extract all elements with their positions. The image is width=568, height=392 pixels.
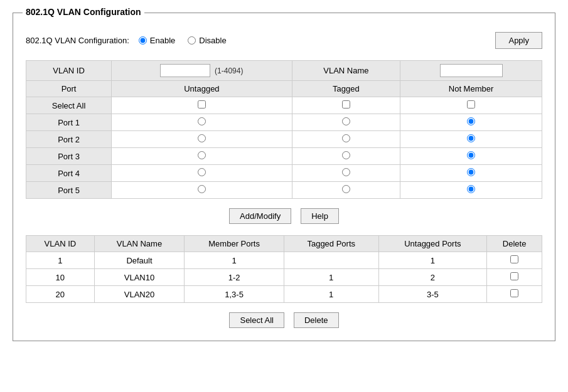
- apply-button[interactable]: Apply: [495, 32, 542, 49]
- vlan-list-member-header: Member Ports: [185, 236, 284, 252]
- select-all-not-member[interactable]: [467, 100, 475, 109]
- delete-button[interactable]: Delete: [294, 312, 339, 328]
- select-all-untagged[interactable]: [198, 100, 206, 109]
- vlan-row-untagged: 3-5: [378, 286, 487, 303]
- select-all-label: Select All: [26, 97, 112, 114]
- vlan-id-header: VLAN ID: [26, 61, 112, 81]
- not-member-header: Not Member: [400, 81, 542, 97]
- port-tagged-cell: [292, 165, 400, 182]
- enable-option[interactable]: Enable: [139, 36, 175, 45]
- port-not-member-radio[interactable]: [467, 168, 475, 176]
- enable-radio[interactable]: [139, 36, 147, 45]
- radio-group: Enable Disable: [139, 36, 227, 45]
- vlan-row-id: 20: [26, 286, 95, 303]
- port-header: Port: [26, 81, 112, 97]
- vlan-row-name: Default: [94, 252, 185, 269]
- port-untagged-radio[interactable]: [198, 185, 206, 193]
- port-untagged-radio[interactable]: [198, 117, 206, 125]
- vlan-name-input-cell: [400, 61, 542, 81]
- page-title: 802.1Q VLAN Configuration: [23, 7, 144, 17]
- vlan-name-input[interactable]: [440, 64, 503, 77]
- disable-radio[interactable]: [188, 36, 196, 45]
- port-untagged-radio[interactable]: [198, 134, 206, 142]
- port-untagged-cell: [112, 131, 292, 148]
- port-tagged-radio[interactable]: [342, 134, 350, 142]
- port-tagged-radio[interactable]: [342, 151, 350, 159]
- vlan-row-member: 1,3-5: [185, 286, 284, 303]
- port-tagged-radio[interactable]: [342, 117, 350, 125]
- port-untagged-cell: [112, 182, 292, 199]
- vlan-delete-checkbox[interactable]: [510, 255, 518, 263]
- port-untagged-cell: [112, 114, 292, 131]
- vlan-list-row: 1 Default 1 1: [26, 252, 542, 269]
- port-not-member-radio[interactable]: [467, 117, 475, 125]
- port-untagged-cell: [112, 148, 292, 165]
- vlan-row-id: 10: [26, 269, 95, 286]
- select-all-not-member-cell: [400, 97, 542, 114]
- port-not-member-cell: [400, 114, 542, 131]
- vlan-delete-checkbox[interactable]: [510, 289, 518, 297]
- port-tagged-radio[interactable]: [342, 185, 350, 193]
- port-row: Port 2: [26, 131, 542, 148]
- port-not-member-radio[interactable]: [467, 185, 475, 193]
- port-name-cell: Port 4: [26, 165, 112, 182]
- port-not-member-radio[interactable]: [467, 134, 475, 142]
- untagged-header: Untagged: [112, 81, 292, 97]
- page-container: 802.1Q VLAN Configuration 802.1Q VLAN Co…: [13, 13, 555, 341]
- port-not-member-radio[interactable]: [467, 151, 475, 159]
- vlan-row-delete-cell: [487, 252, 542, 269]
- disable-label: Disable: [199, 36, 226, 45]
- port-tagged-cell: [292, 114, 400, 131]
- select-all-tagged-cell: [292, 97, 400, 114]
- port-untagged-radio[interactable]: [198, 151, 206, 159]
- select-all-button[interactable]: Select All: [229, 312, 284, 328]
- config-label: 802.1Q VLAN Configuration:: [26, 36, 129, 45]
- vlan-id-label: VLAN ID: [53, 66, 85, 75]
- vlan-row-untagged: 1: [378, 252, 487, 269]
- vlan-row-delete-cell: [487, 269, 542, 286]
- vlan-list-row: 20 VLAN20 1,3-5 1 3-5: [26, 286, 542, 303]
- port-name-cell: Port 5: [26, 182, 112, 199]
- select-all-untagged-cell: [112, 97, 292, 114]
- vlan-row-untagged: 2: [378, 269, 487, 286]
- port-name-cell: Port 2: [26, 131, 112, 148]
- bottom-buttons: Select All Delete: [26, 312, 542, 328]
- vlan-list-untagged-header: Untagged Ports: [378, 236, 487, 252]
- vlan-delete-checkbox[interactable]: [510, 272, 518, 280]
- vlan-list-row: 10 VLAN10 1-2 1 2: [26, 269, 542, 286]
- vlan-row-tagged: 1: [284, 269, 378, 286]
- port-name-cell: Port 1: [26, 114, 112, 131]
- disable-option[interactable]: Disable: [188, 36, 226, 45]
- select-all-tagged[interactable]: [342, 100, 350, 109]
- port-untagged-radio[interactable]: [198, 168, 206, 176]
- vlan-list-id-header: VLAN ID: [26, 236, 95, 252]
- select-all-row: Select All: [26, 97, 542, 114]
- vlan-row-name: VLAN10: [94, 269, 185, 286]
- port-tagged-radio[interactable]: [342, 168, 350, 176]
- port-row: Port 3: [26, 148, 542, 165]
- vlan-id-input-cell: (1-4094): [112, 61, 292, 81]
- vlan-row-name: VLAN20: [94, 286, 185, 303]
- port-tagged-cell: [292, 131, 400, 148]
- vlan-row-delete-cell: [487, 286, 542, 303]
- vlan-list-tagged-header: Tagged Ports: [284, 236, 378, 252]
- vlan-id-input[interactable]: [160, 64, 210, 77]
- port-not-member-cell: [400, 148, 542, 165]
- port-row: Port 4: [26, 165, 542, 182]
- vlan-row-tagged: [284, 252, 378, 269]
- port-tagged-cell: [292, 182, 400, 199]
- port-not-member-cell: [400, 165, 542, 182]
- port-tagged-cell: [292, 148, 400, 165]
- action-buttons: Add/Modify Help: [26, 208, 542, 224]
- port-config-table: VLAN ID (1-4094) VLAN Name Port Untagged…: [26, 60, 542, 199]
- range-hint: (1-4094): [215, 66, 243, 75]
- add-modify-button[interactable]: Add/Modify: [229, 208, 291, 224]
- vlan-name-header: VLAN Name: [292, 61, 400, 81]
- vlan-list-table: VLAN ID VLAN Name Member Ports Tagged Po…: [26, 235, 542, 303]
- vlan-list-delete-header: Delete: [487, 236, 542, 252]
- help-button[interactable]: Help: [301, 208, 339, 224]
- vlan-row-member: 1-2: [185, 269, 284, 286]
- enable-label: Enable: [150, 36, 175, 45]
- port-not-member-cell: [400, 182, 542, 199]
- tagged-header: Tagged: [292, 81, 400, 97]
